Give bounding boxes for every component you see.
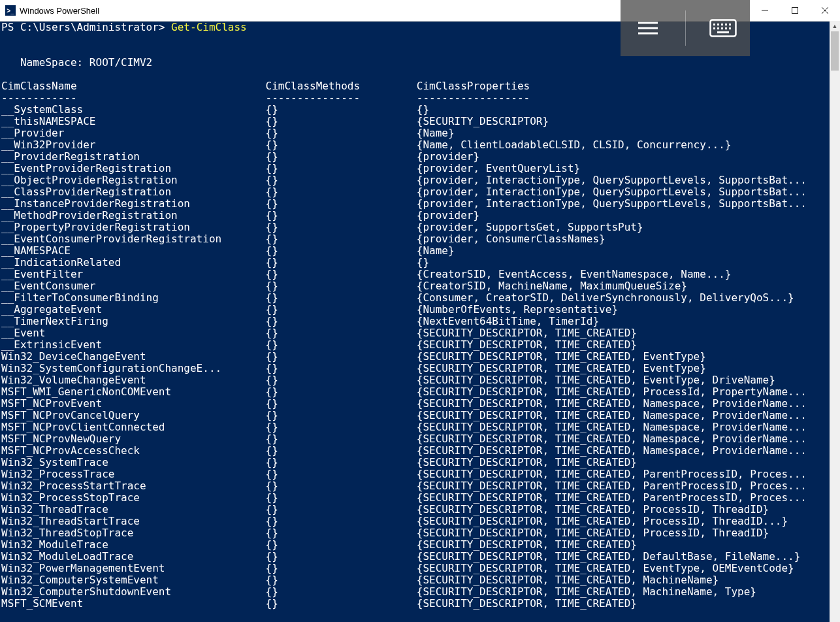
table-row: __ProviderRegistration {} {provider} bbox=[1, 151, 830, 163]
table-row: __FilterToConsumerBinding {} {Consumer, … bbox=[1, 292, 830, 304]
touch-overlay-bar bbox=[621, 0, 750, 56]
table-row: __NAMESPACE {} {Name} bbox=[1, 245, 830, 257]
prompt-path: PS C:\Users\Administrator> bbox=[1, 21, 171, 33]
table-row: MSFT_NCProvCancelQuery {} {SECURITY_DESC… bbox=[1, 410, 830, 421]
table-row: __EventFilter {} {CreatorSID, EventAcces… bbox=[1, 269, 830, 280]
scroll-thumb[interactable] bbox=[831, 31, 839, 71]
table-row: __thisNAMESPACE {} {SECURITY_DESCRIPTOR} bbox=[1, 116, 830, 127]
table-row: MSFT_WMI_GenericNonCOMEvent {} {SECURITY… bbox=[1, 386, 830, 398]
svg-rect-12 bbox=[729, 24, 731, 25]
table-row: Win32_SystemTrace {} {SECURITY_DESCRIPTO… bbox=[1, 457, 830, 468]
table-row: __Win32Provider {} {Name, ClientLoadable… bbox=[1, 139, 830, 151]
table-row: Win32_ComputerSystemEvent {} {SECURITY_D… bbox=[1, 574, 830, 586]
table-row: __EventConsumer {} {CreatorSID, MachineN… bbox=[1, 280, 830, 292]
table-row: Win32_PowerManagementEvent {} {SECURITY_… bbox=[1, 563, 830, 574]
table-row: MSFT_NCProvEvent {} {SECURITY_DESCRIPTOR… bbox=[1, 398, 830, 410]
table-row: __ExtrinsicEvent {} {SECURITY_DESCRIPTOR… bbox=[1, 339, 830, 351]
table-row: __MethodProviderRegistration {} {provide… bbox=[1, 210, 830, 221]
table-row: MSFT_NCProvNewQuery {} {SECURITY_DESCRIP… bbox=[1, 433, 830, 445]
table-row: __Provider {} {Name} bbox=[1, 127, 830, 139]
header-line: CimClassName CimClassMethods CimClassPro… bbox=[1, 80, 830, 92]
close-icon bbox=[822, 7, 828, 14]
maximize-button[interactable] bbox=[780, 0, 810, 21]
menu-button[interactable] bbox=[631, 15, 665, 41]
namespace-line: NameSpace: ROOT/CIMV2 bbox=[1, 57, 830, 69]
svg-rect-16 bbox=[725, 27, 727, 29]
table-row: Win32_ThreadStartTrace {} {SECURITY_DESC… bbox=[1, 516, 830, 527]
powershell-icon: >_ bbox=[5, 5, 16, 16]
svg-rect-15 bbox=[721, 27, 723, 29]
table-row: __IndicationRelated {} {} bbox=[1, 257, 830, 269]
hamburger-icon bbox=[637, 20, 659, 36]
table-row: Win32_ProcessTrace {} {SECURITY_DESCRIPT… bbox=[1, 468, 830, 480]
table-row: Win32_ModuleLoadTrace {} {SECURITY_DESCR… bbox=[1, 551, 830, 563]
table-row: Win32_ComputerShutdownEvent {} {SECURITY… bbox=[1, 586, 830, 598]
minimize-icon bbox=[762, 7, 768, 14]
svg-rect-17 bbox=[729, 27, 731, 29]
window-controls bbox=[750, 0, 840, 21]
table-row: MSFT_NCProvAccessCheck {} {SECURITY_DESC… bbox=[1, 445, 830, 457]
maximize-icon bbox=[792, 7, 798, 14]
overlay-divider bbox=[685, 10, 686, 46]
keyboard-button[interactable] bbox=[706, 15, 740, 41]
table-row: Win32_ThreadTrace {} {SECURITY_DESCRIPTO… bbox=[1, 504, 830, 516]
table-row: __InstanceProviderRegistration {} {provi… bbox=[1, 198, 830, 210]
close-button[interactable] bbox=[810, 0, 840, 21]
table-row: Win32_ProcessStartTrace {} {SECURITY_DES… bbox=[1, 480, 830, 492]
table-row: MSFT_NCProvClientConnected {} {SECURITY_… bbox=[1, 421, 830, 433]
window-title: Windows PowerShell bbox=[20, 6, 99, 16]
table-row: Win32_ProcessStopTrace {} {SECURITY_DESC… bbox=[1, 492, 830, 504]
svg-rect-8 bbox=[713, 24, 715, 25]
svg-rect-13 bbox=[713, 27, 715, 29]
table-row: __SystemClass {} {} bbox=[1, 104, 830, 116]
terminal-output[interactable]: PS C:\Users\Administrator> Get-CimClass … bbox=[0, 22, 830, 622]
prompt-command: Get-CimClass bbox=[171, 21, 247, 33]
table-row: Win32_VolumeChangeEvent {} {SECURITY_DES… bbox=[1, 374, 830, 386]
minimize-button[interactable] bbox=[750, 0, 780, 21]
svg-rect-11 bbox=[725, 24, 727, 25]
keyboard-icon bbox=[709, 19, 737, 37]
table-row: __EventConsumerProviderRegistration {} {… bbox=[1, 233, 830, 245]
table-row: Win32_ModuleTrace {} {SECURITY_DESCRIPTO… bbox=[1, 539, 830, 551]
table-row: __ObjectProviderRegistration {} {provide… bbox=[1, 174, 830, 186]
table-row: MSFT_SCMEvent {} {SECURITY_DESCRIPTOR, T… bbox=[1, 598, 830, 610]
header-dashes: ------------ --------------- -----------… bbox=[1, 92, 830, 104]
svg-rect-14 bbox=[717, 27, 719, 29]
table-row: __EventProviderRegistration {} {provider… bbox=[1, 163, 830, 174]
svg-rect-1 bbox=[792, 8, 798, 14]
scroll-up-arrow-icon[interactable]: ▲ bbox=[830, 21, 840, 31]
table-row: Win32_SystemConfigurationChangeE... {} {… bbox=[1, 363, 830, 374]
table-row: __AggregateEvent {} {NumberOfEvents, Rep… bbox=[1, 304, 830, 316]
table-row: __Event {} {SECURITY_DESCRIPTOR, TIME_CR… bbox=[1, 327, 830, 339]
table-row: __PropertyProviderRegistration {} {provi… bbox=[1, 221, 830, 233]
svg-rect-9 bbox=[717, 24, 719, 25]
table-row: __ClassProviderRegistration {} {provider… bbox=[1, 186, 830, 198]
table-row: Win32_ThreadStopTrace {} {SECURITY_DESCR… bbox=[1, 527, 830, 539]
svg-rect-18 bbox=[717, 31, 729, 33]
blank-line bbox=[1, 69, 830, 80]
table-row: __TimerNextFiring {} {NextEvent64BitTime… bbox=[1, 316, 830, 327]
svg-rect-10 bbox=[721, 24, 723, 25]
vertical-scrollbar[interactable]: ▲ bbox=[830, 21, 840, 622]
table-row: Win32_DeviceChangeEvent {} {SECURITY_DES… bbox=[1, 351, 830, 363]
